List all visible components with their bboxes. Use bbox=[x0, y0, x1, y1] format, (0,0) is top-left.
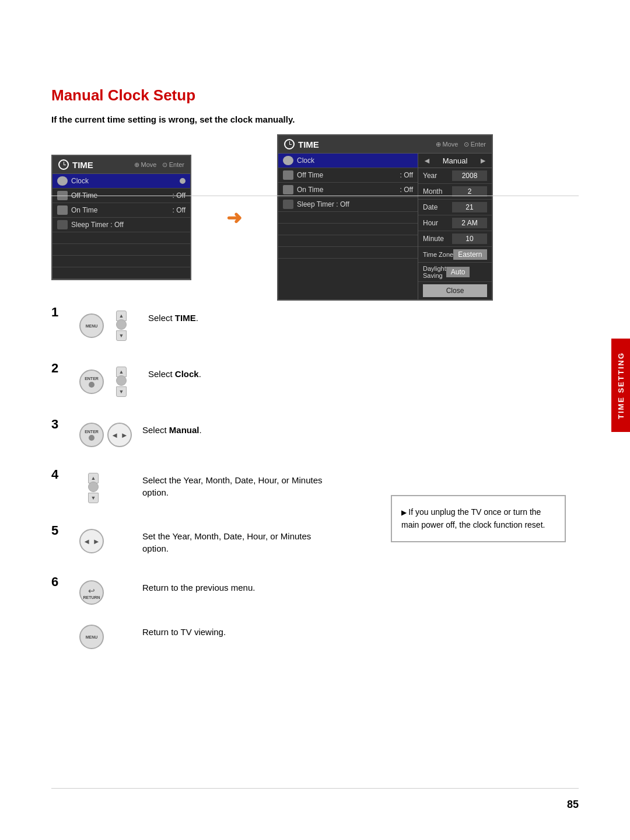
on-timer-icon-r bbox=[283, 185, 293, 194]
daylight-label: DaylightSaving bbox=[423, 265, 446, 279]
return-btn-label: RETURN bbox=[83, 595, 100, 599]
info-box-content: If you unplug the TV once or turn the ma… bbox=[401, 506, 555, 532]
enter-btn-dot-3 bbox=[89, 435, 94, 441]
year-row: Year 2008 bbox=[418, 168, 492, 184]
menu-area: TIME ⊕ Move ⊙ Enter Clock Off Time : Off… bbox=[51, 134, 493, 301]
settings-sleep-timer: Sleep Timer : Off bbox=[278, 197, 418, 212]
sleep-timer-icon bbox=[57, 220, 68, 229]
dpad-4 bbox=[79, 473, 110, 503]
step-6: 6 ↩ RETURN Return to the previous menu. bbox=[51, 579, 579, 605]
menu-item-blank2 bbox=[52, 244, 190, 256]
year-value: 2008 bbox=[452, 170, 487, 181]
nav-left-arrow: ◄ bbox=[423, 156, 431, 165]
side-tab-label: TIME SETTING bbox=[617, 352, 625, 419]
step-5-number: 5 bbox=[51, 523, 58, 538]
step-3-number: 3 bbox=[51, 417, 58, 432]
date-value: 21 bbox=[452, 202, 487, 212]
step-2-number: 2 bbox=[51, 361, 58, 376]
tv-panel-right-nav: ⊕ Move ⊙ Enter bbox=[436, 141, 486, 148]
on-timer-icon bbox=[57, 205, 68, 215]
close-button[interactable]: Close bbox=[423, 284, 487, 297]
step-3-buttons: ENTER ◄ ► bbox=[79, 423, 132, 447]
step-7-text: Return to TV viewing. bbox=[142, 623, 226, 638]
timezone-label: Time Zone bbox=[423, 251, 453, 258]
menu-item-on-time: On Time : Off bbox=[52, 203, 190, 218]
dpad-down-4 bbox=[88, 493, 99, 503]
step-6-text: Return to the previous menu. bbox=[142, 579, 255, 594]
step-4-text: Select the Year, Month, Date, Hour, or M… bbox=[142, 472, 323, 499]
info-box: If you unplug the TV once or turn the ma… bbox=[391, 495, 566, 542]
tv-panel-right-title: TIME bbox=[284, 139, 319, 149]
steps-area: 1 MENU Select TIME. 2 ENTER bbox=[51, 309, 579, 674]
menu-item-clock: Clock bbox=[52, 174, 190, 189]
month-row: Month 2 bbox=[418, 184, 492, 200]
enter-btn-label: ENTER bbox=[85, 377, 99, 381]
date-row: Date 21 bbox=[418, 200, 492, 215]
dpad-2 bbox=[107, 367, 138, 397]
dpad-center-4 bbox=[88, 482, 99, 492]
step-4-number: 4 bbox=[51, 467, 58, 482]
step-4-buttons bbox=[79, 473, 132, 503]
enter-button-2: ENTER bbox=[79, 370, 104, 394]
enter-btn-dot bbox=[89, 382, 94, 388]
page-number: 85 bbox=[567, 799, 579, 811]
lr-button-5: ◄ ► bbox=[79, 529, 104, 553]
settings-right: ◄ Manual ► Year 2008 Month 2 Date 21 bbox=[418, 154, 492, 299]
dpad-down-1 bbox=[116, 330, 127, 341]
step-6-number: 6 bbox=[51, 574, 58, 590]
menu-item-blank1 bbox=[52, 232, 190, 244]
off-timer-icon-r bbox=[283, 170, 293, 180]
tv-panel-right-header: TIME ⊕ Move ⊙ Enter bbox=[278, 135, 492, 154]
clock-icon-right bbox=[283, 156, 293, 165]
clock-icon-left bbox=[57, 176, 68, 186]
dpad-center-1 bbox=[116, 319, 127, 330]
page-subtitle: If the current time setting is wrong, se… bbox=[51, 114, 295, 124]
menu-btn-label-7: MENU bbox=[86, 635, 98, 639]
menu-button-7: MENU bbox=[79, 625, 104, 649]
step-6-buttons: ↩ RETURN bbox=[79, 580, 132, 605]
step-5-buttons: ◄ ► bbox=[79, 529, 132, 553]
daylight-value: Auto bbox=[446, 267, 470, 277]
step-3-text: Select Manual. bbox=[142, 421, 202, 436]
step-1-text: Select TIME. bbox=[148, 309, 198, 324]
divider-top bbox=[51, 196, 579, 196]
sleep-timer-icon-r bbox=[283, 200, 293, 209]
time-icon-right bbox=[284, 139, 295, 149]
tv-panel-left: TIME ⊕ Move ⊙ Enter Clock Off Time : Off… bbox=[51, 155, 191, 280]
dpad-center-2 bbox=[116, 375, 127, 386]
timezone-value: Eastern bbox=[453, 249, 487, 260]
side-tab: TIME SETTING bbox=[611, 339, 630, 432]
mode-label: Manual bbox=[431, 156, 479, 165]
lr-button-3: ◄ ► bbox=[107, 423, 132, 447]
daylight-row: DaylightSaving Auto bbox=[418, 263, 492, 282]
step-3: 3 ENTER ◄ ► Select Manual. bbox=[51, 421, 579, 447]
menu-item-sleep-timer: Sleep Timer : Off bbox=[52, 218, 190, 232]
dpad-1 bbox=[107, 311, 138, 341]
tv-panel-right: TIME ⊕ Move ⊙ Enter Clock Off Time : Off bbox=[277, 134, 493, 301]
return-icon: ↩ bbox=[88, 586, 95, 595]
tv-panel-left-header: TIME ⊕ Move ⊙ Enter bbox=[52, 156, 190, 174]
settings-left: Clock Off Time : Off On Time : Off Sleep… bbox=[278, 154, 418, 299]
selected-dot bbox=[180, 178, 186, 184]
hour-row: Hour 2 AM bbox=[418, 215, 492, 231]
step-2-text: Select Clock. bbox=[148, 365, 201, 380]
mode-row: ◄ Manual ► bbox=[418, 154, 492, 168]
settings-clock-item: Clock bbox=[278, 154, 418, 168]
dpad-down-2 bbox=[116, 386, 127, 397]
menu-button-1: MENU bbox=[79, 313, 104, 338]
enter-button-3: ENTER bbox=[79, 423, 104, 447]
hour-value: 2 AM bbox=[452, 218, 487, 228]
menu-item-blank4 bbox=[52, 267, 190, 279]
arrow-right: ➜ bbox=[226, 207, 242, 229]
step-2: 2 ENTER Select Clock. bbox=[51, 365, 579, 397]
divider-bottom bbox=[51, 788, 579, 789]
menu-item-blank3 bbox=[52, 256, 190, 267]
page-title: Manual Clock Setup bbox=[51, 86, 195, 104]
settings-off-time: Off Time : Off bbox=[278, 168, 418, 183]
minute-row: Minute 10 bbox=[418, 231, 492, 247]
step-1-number: 1 bbox=[51, 305, 58, 320]
timezone-row: Time Zone Eastern bbox=[418, 247, 492, 263]
tv-panel-left-title: TIME bbox=[58, 159, 93, 170]
time-icon-left bbox=[58, 159, 69, 170]
minute-value: 10 bbox=[452, 233, 487, 244]
